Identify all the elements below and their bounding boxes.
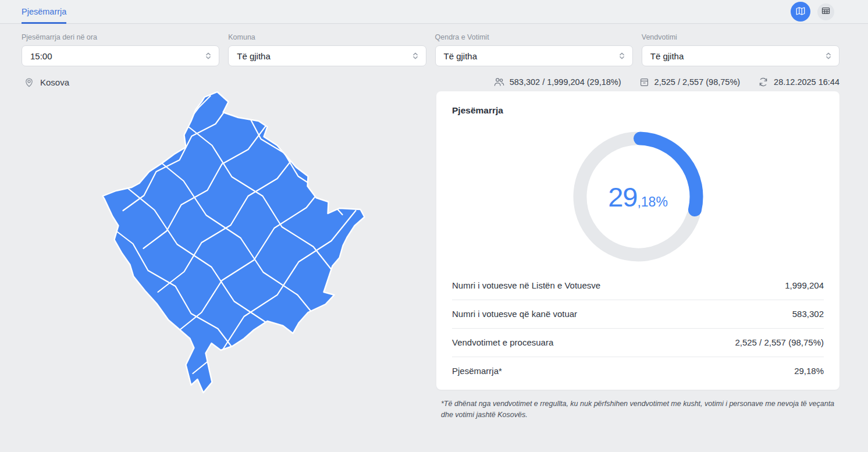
qendra-select-value: Të gjitha <box>444 51 478 61</box>
table-row: Numri i votuesve që kanë votuar 583,302 <box>452 300 824 329</box>
filter-time: Pjesëmarrja deri në ora 15:00 <box>22 33 219 66</box>
komuna-select-value: Të gjitha <box>237 51 271 61</box>
row-label: Vendvotimet e procesuara <box>452 337 553 347</box>
map-pin-icon <box>23 76 35 88</box>
location-label: Kosova <box>40 77 69 87</box>
card-title: Pjesëmarrja <box>452 105 824 116</box>
view-toggle <box>791 2 834 22</box>
row-label: Numri i votuesve në Listën e Votuesve <box>452 280 600 290</box>
kosovo-map-shape[interactable] <box>102 92 364 393</box>
updated-stat-value: 28.12.2025 16:44 <box>774 77 839 87</box>
participation-card: Pjesëmarrja 29,18% Numri i votuesve në L… <box>436 91 839 390</box>
main-content: Pjesëmarrja 29,18% Numri i votuesve në L… <box>0 88 868 421</box>
filter-vendvotimi-label: Vendvotimi <box>642 33 839 41</box>
filter-qendra-label: Qendra e Votimit <box>435 33 633 41</box>
ballot-box-icon <box>639 77 650 88</box>
row-value: 583,302 <box>792 309 824 319</box>
row-label: Numri i votuesve që kanë votuar <box>452 309 577 319</box>
location: Kosova <box>23 76 69 88</box>
chevron-updown-icon <box>411 51 420 61</box>
voters-stat-value: 583,302 / 1,999,204 (29,18%) <box>510 77 621 87</box>
polling-stat-value: 2,525 / 2,557 (98,75%) <box>654 77 741 87</box>
row-value: 1,999,204 <box>785 280 824 290</box>
donut-percent-rest: ,18% <box>637 194 667 209</box>
table-row: Pjesëmarrja* 29,18% <box>452 357 824 385</box>
row-value: 2,525 / 2,557 (98,75%) <box>735 337 824 347</box>
komuna-select[interactable]: Të gjitha <box>228 45 426 66</box>
map-view-button[interactable] <box>791 2 810 22</box>
vendvotimi-select[interactable]: Të gjitha <box>642 45 839 66</box>
chevron-updown-icon <box>617 51 627 61</box>
vendvotimi-select-value: Të gjitha <box>650 51 684 61</box>
stats-group: 583,302 / 1,999,204 (29,18%) 2,525 / 2,5… <box>493 76 839 88</box>
tab-pjesemarrja[interactable]: Pjesëmarrja <box>22 0 66 24</box>
table-view-button[interactable] <box>817 3 834 20</box>
chevron-updown-icon <box>824 51 833 61</box>
filter-vendvotimi: Vendvotimi Të gjitha <box>642 33 839 66</box>
row-value: 29,18% <box>794 366 824 376</box>
updated-stat: 28.12.2025 16:44 <box>757 76 839 88</box>
map-icon <box>795 6 806 18</box>
filter-row: Pjesëmarrja deri në ora 15:00 Komuna Të … <box>0 24 868 66</box>
tab-pjesemarrja-label: Pjesëmarrja <box>22 7 66 16</box>
qendra-select[interactable]: Të gjitha <box>435 45 633 66</box>
donut-center-label: 29,18% <box>571 130 705 264</box>
refresh-icon <box>757 76 769 88</box>
statusbar: Kosova 583,302 / 1,999,204 (29,18%) 2,52… <box>0 66 868 88</box>
kosovo-map <box>22 91 436 394</box>
participation-panel: Pjesëmarrja 29,18% Numri i votuesve në L… <box>436 91 839 421</box>
table-row: Numri i votuesve në Listën e Votuesve 1,… <box>452 272 824 300</box>
filter-time-label: Pjesëmarrja deri në ora <box>22 33 219 41</box>
filter-qendra: Qendra e Votimit Të gjitha <box>435 33 633 66</box>
table-icon <box>821 6 831 17</box>
kosovo-map-svg <box>90 91 368 394</box>
chevron-updown-icon <box>204 51 213 61</box>
summary-table: Numri i votuesve në Listën e Votuesve 1,… <box>452 272 824 385</box>
participation-donut: 29,18% <box>571 130 705 264</box>
tabbar: Pjesëmarrja <box>0 0 868 24</box>
footnote: *Të dhënat nga vendvotimet e rregullta, … <box>441 398 835 421</box>
donut-percent-main: 29 <box>608 181 637 212</box>
filter-komuna-label: Komuna <box>228 33 426 41</box>
table-row: Vendvotimet e procesuara 2,525 / 2,557 (… <box>452 329 824 357</box>
voters-stat: 583,302 / 1,999,204 (29,18%) <box>493 76 621 88</box>
users-icon <box>493 76 505 88</box>
polling-stat: 2,525 / 2,557 (98,75%) <box>639 77 741 88</box>
time-select[interactable]: 15:00 <box>22 45 219 66</box>
filter-komuna: Komuna Të gjitha <box>228 33 426 66</box>
row-label: Pjesëmarrja* <box>452 366 502 376</box>
time-select-value: 15:00 <box>30 51 52 61</box>
